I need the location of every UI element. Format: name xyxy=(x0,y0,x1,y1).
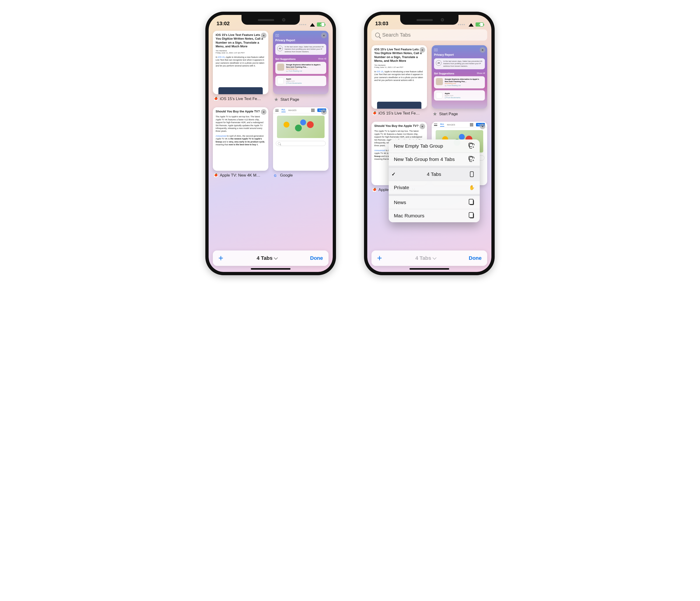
phone-icon xyxy=(470,172,474,177)
mute-switch xyxy=(205,55,206,64)
tab-card-article1[interactable]: ✕ iOS 15's Live Text Feature Lets You Di… xyxy=(213,31,268,94)
article-headline: Should You Buy the Apple TV? xyxy=(374,124,424,128)
search-icon xyxy=(278,142,280,145)
menu-private[interactable]: Private ✋ xyxy=(389,181,480,194)
article-headline: Should You Buy the Apple TV? xyxy=(216,110,266,113)
search-icon xyxy=(375,33,380,37)
menu-current-tabs[interactable]: 4 Tabs xyxy=(389,168,480,181)
clock: 13:03 xyxy=(375,21,388,27)
tab-card-startpage[interactable]: ✕ ▯▯ Privacy Report 49 In the last seven… xyxy=(432,45,487,109)
shield-icon: 49 xyxy=(436,60,442,66)
battery-icon: ⚡︎ xyxy=(317,22,325,27)
book-icon: ▯▯ xyxy=(434,48,485,52)
menu-group-macrumours[interactable]: Mac Rumours xyxy=(389,209,480,222)
menu-icon xyxy=(434,124,437,126)
close-icon[interactable]: ✕ xyxy=(480,47,485,53)
home-indicator[interactable] xyxy=(409,268,449,269)
close-icon[interactable]: ✕ xyxy=(480,124,485,129)
new-tab-button[interactable]: + xyxy=(377,254,382,262)
bottom-toolbar: + 4 Tabs Done xyxy=(213,251,328,266)
menu-new-empty-tab-group[interactable]: New Empty Tab Group xyxy=(389,139,480,153)
tab-title-row: iOS 15's Live Text Fea… xyxy=(213,97,268,101)
mute-switch xyxy=(364,55,365,64)
tab-card-google[interactable]: ✕ ALL IMAGES Sign in xyxy=(273,107,328,171)
done-button[interactable]: Done xyxy=(310,255,323,261)
close-icon[interactable]: ✕ xyxy=(420,47,425,53)
suggestion-source: bloomberg.com xyxy=(286,68,324,70)
article-date: Friday June 11, 2021 1:37 am PDT xyxy=(216,52,266,54)
bookmark-tag: ▯ From Bookmarks xyxy=(286,82,302,84)
menu-icon xyxy=(275,109,279,111)
star-icon: ★ xyxy=(432,111,437,117)
close-icon[interactable]: ✕ xyxy=(420,124,425,129)
wifi-icon xyxy=(469,22,474,27)
google-search-field xyxy=(276,141,326,146)
star-icon: ★ xyxy=(274,97,279,103)
article-author: Tim Hardwick xyxy=(374,64,424,66)
google-doodle xyxy=(277,116,325,138)
cellular-indicator xyxy=(299,24,306,25)
volume-up-button xyxy=(205,71,206,87)
tab-title: iOS 15's Live Text Fea… xyxy=(220,97,262,101)
article-author: Tim Hardwick xyxy=(216,50,266,52)
wifi-icon xyxy=(310,22,315,27)
notch xyxy=(400,15,458,25)
menu-group-news[interactable]: News xyxy=(389,196,480,209)
tab-title-row: iOS 15's Live Text Fea… xyxy=(372,111,427,116)
phone-left: 13:02 ⚡︎ ✕ iOS 15's Live Text Feature Le… xyxy=(205,12,336,275)
tab-groups-selector[interactable]: 4 Tabs xyxy=(415,255,435,261)
article-headline: iOS 15's Live Text Feature Lets You Digi… xyxy=(216,33,266,48)
suggestion-title: Google Explores Alternative to Apple's N… xyxy=(286,64,324,68)
close-icon[interactable]: ✕ xyxy=(321,109,327,115)
article-body: In iOS 15, Apple is introducing a new fe… xyxy=(374,70,424,82)
close-icon[interactable]: ✕ xyxy=(321,33,327,38)
siri-suggestions-heading: Siri Suggestions xyxy=(434,72,454,75)
google-tab-images: IMAGES xyxy=(447,124,455,126)
favicon-macrumors xyxy=(372,188,377,192)
close-icon[interactable]: ✕ xyxy=(261,33,267,38)
chevron-down-icon xyxy=(432,256,436,260)
tab-card-article2[interactable]: ✕ Should You Buy the Apple TV? The Apple… xyxy=(213,107,268,171)
tab-card-article1[interactable]: ✕ iOS 15's Live Text Feature Lets You Di… xyxy=(372,45,427,109)
google-tab-all: ALL xyxy=(440,123,444,127)
clock: 13:02 xyxy=(217,21,230,27)
new-tab-group-icon xyxy=(469,157,474,162)
done-button[interactable]: Done xyxy=(469,255,482,261)
privacy-report-heading: Privacy Report xyxy=(275,39,326,42)
home-indicator[interactable] xyxy=(251,268,291,269)
search-tabs-field[interactable]: Search Tabs xyxy=(372,29,487,41)
google-tab-images: IMAGES xyxy=(289,109,297,111)
suggestion-tag: 📖 From Reading List xyxy=(445,85,483,86)
tab-title: Start Page xyxy=(280,97,299,102)
bookmark-domain: apple.com xyxy=(286,80,302,82)
power-button xyxy=(494,73,495,99)
privacy-report-heading: Privacy Report xyxy=(434,53,485,56)
screen-right: 13:03 ⚡︎ Search Tabs ✕ iOS 15's Live Tex… xyxy=(367,15,492,272)
tab-group-icon xyxy=(470,200,474,205)
apple-logo-icon xyxy=(277,78,284,84)
close-icon[interactable]: ✕ xyxy=(261,109,267,115)
screen-left: 13:02 ⚡︎ ✕ iOS 15's Live Text Feature Le… xyxy=(208,15,333,272)
tab-card-startpage[interactable]: ✕ ▯▯ Privacy Report 49 In the last seven… xyxy=(273,31,328,94)
siri-suggestion-card: Google Explores Alternative to Apple's N… xyxy=(434,76,485,88)
new-tab-button[interactable]: + xyxy=(218,254,223,262)
privacy-report-panel: 49 In the last seven days, Safari has pr… xyxy=(434,58,485,69)
cellular-indicator xyxy=(458,24,465,25)
tab-groups-selector[interactable]: 4 Tabs xyxy=(257,255,277,261)
menu-new-tab-group-from-tabs[interactable]: New Tab Group from 4 Tabs xyxy=(389,153,480,166)
tab-title: Google xyxy=(280,173,293,178)
google-tab-all: ALL xyxy=(281,108,285,112)
bookmark-card: Apple apple.com ▯ From Bookmarks xyxy=(434,90,485,101)
favicon-macrumors xyxy=(372,111,377,115)
apps-grid-icon xyxy=(311,109,315,112)
tab-title-row: ★ Start Page xyxy=(273,97,328,103)
siri-suggestion-card: Google Explores Alternative to Apple's N… xyxy=(275,62,326,74)
bottom-toolbar: + 4 Tabs Done xyxy=(372,251,487,266)
show-all-link: Show All xyxy=(318,58,326,60)
tab-title-row: ★ Start Page xyxy=(432,111,487,117)
tab-title-row: Apple TV: New 4K Mo… xyxy=(213,173,268,178)
tabs-grid: ✕ iOS 15's Live Text Feature Lets You Di… xyxy=(208,28,333,181)
article-image-preview xyxy=(218,87,263,94)
article-paragraph-2: Announced in April of 2021, the second-g… xyxy=(216,135,266,146)
tab-group-icon xyxy=(470,213,474,218)
